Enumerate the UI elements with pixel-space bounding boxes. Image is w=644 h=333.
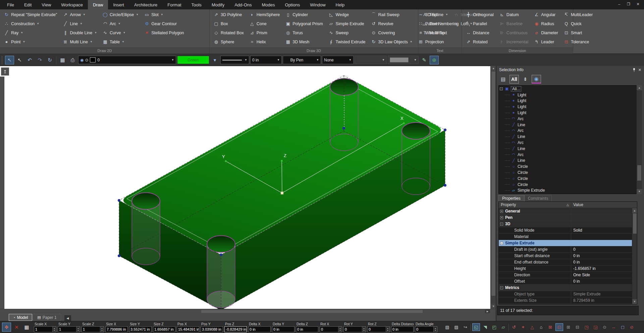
menu-help[interactable]: Help [331, 0, 350, 9]
collapse-icon[interactable]: − [500, 286, 503, 289]
ribbon-item-orthogonal[interactable]: ╋Orthogonal [464, 10, 497, 19]
redo-button[interactable]: ↷ [35, 56, 44, 64]
property-row-draft-in-out-angle[interactable]: Draft in (out) angle0 [499, 246, 637, 253]
ribbon-item-helix[interactable]: ≈Helix [248, 38, 283, 46]
spinner-icons[interactable]: ▲▼ [362, 327, 366, 332]
field-input-scale-x[interactable]: 1▲▼ [34, 326, 56, 332]
property-row-offset[interactable]: Offset0 in [499, 278, 637, 285]
ucs-corner-button[interactable]: ↥ [1, 67, 9, 76]
ribbon-item-covering[interactable]: ⊙Covering [369, 29, 416, 37]
property-row-solid-mode[interactable]: Solid ModeSolid [499, 227, 637, 234]
print-preview-button[interactable]: ⎙ [68, 56, 77, 64]
tab-constraints[interactable]: Constraints [524, 195, 552, 201]
field-input-pos-y[interactable]: 3.039088 in [201, 326, 223, 332]
ribbon-item-tolerance[interactable]: ⊟Tolerance [562, 38, 596, 46]
field-input-size-z[interactable]: 1.656857 in [153, 326, 175, 332]
scroll-up-icon[interactable]: ▲ [491, 66, 496, 71]
mode-toggle-icon[interactable]: ▱ [499, 323, 507, 331]
ribbon-item-smart[interactable]: ⊡Smart [562, 29, 596, 37]
ribbon-item-3d-mesh[interactable]: ▦3D Mesh [283, 38, 326, 46]
mode-toggle-icon[interactable]: ▧ [443, 323, 451, 331]
selection-info-toggle[interactable]: ▦ [58, 56, 67, 64]
ribbon-item-wedge[interactable]: ◺Wedge [327, 10, 369, 19]
grid-scrollbar[interactable]: ▲ ▼ [632, 208, 637, 304]
ribbon-item-simple-extrude[interactable]: ▱Simple Extrude [327, 19, 369, 28]
field-input-pos-x[interactable]: 15.484391 in [177, 326, 199, 332]
ribbon-item-polygonal-prism[interactable]: ▣Polygonal Prism [283, 19, 326, 28]
spinner-icons[interactable]: ▲▼ [386, 327, 389, 332]
property-value[interactable]: Solid [571, 227, 637, 233]
scroll-right-icon[interactable]: ▶ [485, 310, 490, 313]
inspector-tool-icon[interactable]: ❖ [2, 323, 11, 332]
field-input-scale-z[interactable]: 1▲▼ [82, 326, 104, 332]
property-column-header[interactable]: Property △ [499, 202, 571, 208]
property-row-extents-size[interactable]: Extents Size8.729459 in [499, 297, 637, 304]
tree-item-arc[interactable]: ◠Arc [499, 128, 637, 134]
scroll-up-icon[interactable]: ▲ [632, 208, 637, 213]
ribbon-item-circleellipse[interactable]: ◯Circle/Ellipse▼ [101, 10, 142, 19]
scroll-down-icon[interactable]: ▼ [491, 304, 496, 309]
spin-down-icon[interactable]: ▼ [435, 329, 436, 331]
ribbon-item-prism[interactable]: ⊿Prism [248, 29, 283, 37]
tree-item-arc[interactable]: ◠Arc [499, 116, 637, 122]
mode-toggle-icon[interactable]: ◰ [490, 323, 498, 331]
property-value[interactable]: Simple Extrude [571, 291, 637, 297]
layer-combo[interactable]: ◉⊙0▼ [78, 56, 176, 64]
expand-levels-icon[interactable]: ⇟ [521, 75, 530, 84]
menu-architecture[interactable]: Architecture [129, 0, 162, 9]
ribbon-item-repeat-simple-extrude[interactable]: ↻Repeat "Simple Extrude" [2, 10, 61, 19]
tab-scroll-left-icon[interactable]: ◀ [64, 315, 71, 321]
field-input-delta-y[interactable]: 0 in [272, 326, 294, 332]
ribbon-item-cone[interactable]: △Cone [248, 19, 283, 28]
tree-item-circle[interactable]: ○Circle [499, 176, 637, 182]
tree-item-line[interactable]: ╱Line [499, 122, 637, 128]
property-category-3d[interactable]: −3D [499, 221, 637, 227]
tree-item-all[interactable]: −▣All... [499, 86, 637, 92]
property-value[interactable]: 0 in [571, 278, 637, 284]
expand-icon[interactable]: + [500, 210, 503, 213]
menu-modes[interactable]: Modes [257, 0, 280, 9]
mode-toggle-icon[interactable]: ⊘ [628, 323, 636, 331]
menu-insert[interactable]: Insert [108, 0, 129, 9]
tree-item-arc[interactable]: ◠Arc [499, 140, 637, 146]
ribbon-item-text[interactable]: AText [420, 10, 463, 19]
field-input-size-y[interactable]: 3.552471 in [129, 326, 152, 332]
mode-toggle-icon[interactable]: ✶ [519, 323, 527, 331]
field-input-delta-z[interactable]: 0 in [296, 326, 318, 332]
field-input-size-x[interactable]: 7.799886 in [105, 326, 128, 332]
ribbon-item-quick[interactable]: QQuick [562, 19, 596, 28]
undo-button[interactable]: ↶ [25, 56, 34, 64]
property-row-height[interactable]: Height-1.656857 in [499, 266, 637, 272]
ribbon-item-rotated[interactable]: ⇗Rotated [464, 38, 497, 46]
ribbon-item-table[interactable]: ▦Table▼ [101, 38, 142, 46]
mode-toggle-icon[interactable]: ↺ [510, 323, 518, 331]
ribbon-item-revolve[interactable]: ↺Revolve [369, 19, 416, 28]
ribbon-item-box[interactable]: ▢Box [212, 19, 248, 28]
spinner-icons[interactable]: ▲▼ [100, 327, 104, 332]
tree-item-line[interactable]: ╱Line [499, 146, 637, 152]
ribbon-item-multileader[interactable]: ↸MultiLeader [562, 10, 596, 19]
tree-item-light[interactable]: ✶Light [499, 110, 637, 116]
menu-file[interactable]: File [2, 0, 19, 9]
mode-toggle-icon[interactable]: ◥ [481, 323, 489, 331]
ribbon-item-point[interactable]: ●Point▼ [2, 38, 61, 46]
tree-item-arc[interactable]: ◠Arc [499, 152, 637, 158]
property-category-general[interactable]: +General [499, 208, 637, 215]
ribbon-item-leader[interactable]: ↰Leader [532, 38, 562, 46]
spinner-icons[interactable]: ▲▼ [433, 327, 437, 332]
spin-down-icon[interactable]: ▼ [54, 329, 55, 331]
mode-toggle-icon[interactable]: ⌂ [537, 323, 545, 331]
ribbon-item-parallel[interactable]: ╲Parallel [464, 19, 497, 28]
tree-scroll-thumb[interactable] [637, 165, 641, 181]
menu-tools[interactable]: Tools [186, 0, 207, 9]
toolbar-grip[interactable] [1, 56, 3, 64]
vertical-scroll-thumb[interactable] [491, 72, 495, 296]
line-width-combo[interactable]: 0 in▼ [250, 56, 282, 64]
mode-toggle-icon[interactable]: ↪ [462, 323, 469, 331]
ribbon-item-twisted-extrude[interactable]: ∮Twisted Extrude [327, 38, 369, 46]
property-category-pen[interactable]: +Pen [499, 215, 637, 221]
ribbon-item-construction[interactable]: ∴Construction▼ [2, 19, 61, 28]
property-category-simple-extrude[interactable]: −Simple Extrude [499, 240, 637, 246]
menu-modify[interactable]: Modify [207, 0, 229, 9]
ribbon-item-ray[interactable]: ╱Ray▼ [2, 29, 61, 37]
